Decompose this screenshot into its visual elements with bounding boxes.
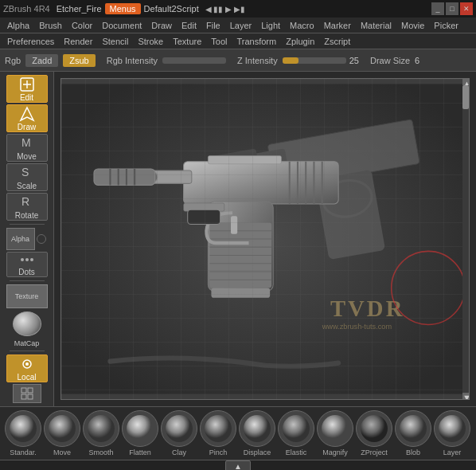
menu-marker[interactable]: Marker [320,20,355,31]
scroll-thumb[interactable] [462,85,469,109]
menu-draw[interactable]: Draw [147,20,176,31]
brush-blob-container: Blob [395,410,431,456]
canvas-area[interactable]: TVDR www.zbrush-tuts.com ▲ ▼ [54,72,476,406]
canvas-viewport[interactable]: TVDR www.zbrush-tuts.com ▲ ▼ [60,78,470,400]
main-area: Edit Draw M Move S Sca [0,72,476,406]
brush-pinch[interactable] [200,410,236,447]
menu-stencil[interactable]: Stencil [98,36,132,47]
svg-point-8 [25,258,29,261]
rotate-tool-button[interactable]: R Rotate [6,193,48,221]
local-button[interactable]: Local [6,354,48,382]
script-name: Default2Script [144,4,199,14]
menu-movie[interactable]: Movie [397,20,428,31]
maximize-button[interactable]: □ [446,2,458,15]
controls-bar: Rgb Zadd Zsub Rgb Intensity Z Intensity … [0,49,476,72]
menu-light[interactable]: Light [257,20,284,31]
menu-transform[interactable]: Transform [232,36,280,47]
brush-layer[interactable] [434,410,470,447]
right-scrollbar[interactable]: ▲ ▼ [462,79,469,399]
menu-render[interactable]: Render [60,36,96,47]
scale-tool-label: Scale [17,182,37,190]
local-label: Local [18,374,37,382]
menu-zplugin[interactable]: Zplugin [282,36,318,47]
scroll-up-button[interactable]: ▲ [462,79,469,85]
texture-button[interactable]: Texture [6,284,48,309]
dots-button[interactable]: Dots [6,252,48,277]
brush-zproject-container: ZProject [356,410,392,456]
brush-magnify[interactable] [317,410,353,447]
window-controls: _ □ ✕ [431,2,473,15]
brush-zproject[interactable] [356,410,392,447]
brush-smooth[interactable] [83,410,119,447]
menu-texture[interactable]: Texture [169,36,205,47]
svg-rect-12 [21,388,26,393]
menu-material[interactable]: Material [357,20,396,31]
menu-alpha[interactable]: Alpha [3,20,33,31]
menu-document[interactable]: Document [98,20,146,31]
menu-picker[interactable]: Picker [430,20,462,31]
brush-magnify-container: Magnify [317,410,353,456]
grid-view-button[interactable] [13,384,41,403]
menu-stroke[interactable]: Stroke [134,36,167,47]
brush-clay[interactable] [161,410,197,447]
rotate-tool-label: Rotate [15,212,38,220]
svg-point-52 [10,415,37,442]
brush-displace-container: Displace [239,410,275,456]
z-intensity-value: 25 [349,56,359,65]
move-tool-label: Move [17,153,36,161]
grid-icon [21,387,33,400]
menu-layer[interactable]: Layer [226,20,256,31]
draw-tool-button[interactable]: Draw [6,104,48,132]
menu-color[interactable]: Color [68,20,96,31]
svg-point-59 [283,415,310,442]
matcap-button[interactable] [13,311,41,336]
brush-displace[interactable] [239,410,275,447]
menu-tool[interactable]: Tool [207,36,231,47]
svg-point-54 [88,415,115,442]
brush-move[interactable] [44,410,80,447]
brush-layer-container: Layer [434,410,470,456]
brush-move-label: Move [44,448,80,456]
brush-elastic[interactable] [278,410,314,447]
alpha-button[interactable]: Alpha [6,228,35,250]
draw-tool-label: Draw [18,123,36,131]
menu-macro[interactable]: Macro [286,20,318,31]
scroll-down-button[interactable]: ▼ [462,393,469,399]
scale-icon: S [18,164,36,182]
brush-standard-container: Standar. [5,410,41,456]
svg-point-60 [322,415,349,442]
brush-flatten[interactable] [122,410,158,447]
svg-rect-15 [28,394,33,399]
brush-elastic-label: Elastic [278,448,314,456]
minimize-button[interactable]: _ [431,2,444,15]
menu-preferences[interactable]: Preferences [3,36,58,47]
svg-text:M: M [21,136,31,149]
brush-magnify-label: Magnify [317,448,353,456]
brush-layer-label: Layer [434,448,470,456]
zsub-button[interactable]: Zsub [63,54,95,67]
brush-standard-label: Standar. [5,448,41,456]
rgb-intensity-slider[interactable] [162,57,226,64]
svg-point-55 [127,415,154,442]
scroll-track[interactable] [462,85,469,393]
zadd-button[interactable]: Zadd [25,54,58,67]
alpha-circle[interactable] [37,234,46,244]
scroll-up-nav-button[interactable]: ▲ [225,460,251,470]
brush-zproject-label: ZProject [356,448,392,456]
menus-button[interactable]: Menus [105,3,141,14]
scale-tool-button[interactable]: S Scale [6,163,48,191]
draw-size-value: 6 [415,56,419,65]
menu-edit[interactable]: Edit [178,20,201,31]
brush-clay-container: Clay [161,410,197,456]
close-button[interactable]: ✕ [460,2,473,15]
brush-blob[interactable] [395,410,431,447]
menu-brush[interactable]: Brush [35,20,66,31]
move-tool-button[interactable]: M Move [6,134,48,162]
menu-bar-top: Alpha Brush Color Document Draw Edit Fil… [0,18,476,33]
menu-zscript[interactable]: Zscript [320,36,354,47]
z-intensity-slider[interactable]: 25 [283,56,359,65]
menu-file[interactable]: File [202,20,224,31]
brush-standard[interactable] [5,410,41,447]
edit-tool-button[interactable]: Edit [6,75,48,103]
svg-point-7 [21,258,24,261]
